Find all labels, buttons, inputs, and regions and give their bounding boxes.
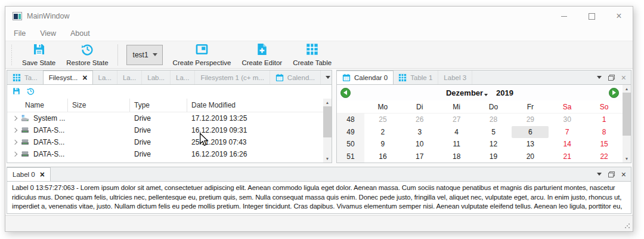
undock-icon[interactable]: [608, 171, 615, 177]
create-perspective-label: Create Perspective: [173, 59, 231, 66]
month-button[interactable]: Dezember: [446, 88, 488, 97]
dock-close-icon[interactable]: [621, 72, 626, 83]
dock-tab[interactable]: La...: [171, 71, 195, 84]
tab-list-dropdown-icon[interactable]: [326, 76, 330, 79]
table-row[interactable]: DATA-S...Drive16.12.2019 09:31: [7, 124, 323, 136]
calendar-day[interactable]: 13: [512, 138, 549, 151]
panel-save-button[interactable]: [13, 87, 20, 97]
scrollbar-thumb[interactable]: [323, 106, 332, 137]
expand-chevron-icon[interactable]: [13, 128, 17, 133]
toolbar-drag-handle[interactable]: [10, 45, 13, 65]
tree-name-cell: DATA-S...: [7, 126, 68, 134]
calendar-day[interactable]: 3: [401, 126, 438, 139]
dock-tab[interactable]: Table 1: [393, 71, 438, 84]
calendar-day[interactable]: 25: [364, 114, 401, 126]
calendar-day[interactable]: 6: [512, 126, 549, 139]
restore-state-button[interactable]: Restore State: [61, 42, 113, 68]
tab-close-icon[interactable]: [82, 73, 87, 82]
dock-tab[interactable]: Label 0: [7, 167, 51, 181]
calendar-day[interactable]: 17: [401, 151, 438, 163]
scroll-up-icon[interactable]: [323, 99, 332, 106]
tab-list-dropdown-icon[interactable]: [597, 76, 602, 79]
calendar-day[interactable]: 27: [438, 114, 475, 126]
calendar-day[interactable]: 8: [586, 126, 623, 139]
calendar-day[interactable]: 30: [549, 114, 586, 126]
calendar-day[interactable]: 4: [438, 126, 475, 139]
calendar-day[interactable]: 1: [586, 114, 623, 126]
create-editor-button[interactable]: Create Editor: [236, 42, 287, 68]
expand-chevron-icon[interactable]: [13, 152, 17, 157]
menu-item-view[interactable]: View: [40, 29, 56, 38]
calendar-day[interactable]: 19: [475, 151, 512, 163]
column-header-name[interactable]: Name: [7, 99, 68, 112]
calendar-day[interactable]: 26: [401, 114, 438, 126]
calendar-day[interactable]: 2: [364, 126, 401, 139]
calendar-day[interactable]: 18: [438, 151, 475, 163]
close-button[interactable]: [605, 7, 633, 26]
dock-tab[interactable]: Filesystem 1 (c+ m...: [195, 71, 270, 84]
dock-tab[interactable]: Filesyst...: [43, 71, 94, 84]
scrollbar-thumb[interactable]: [623, 93, 631, 136]
dock-tab[interactable]: Calendar 0: [336, 71, 394, 84]
tab-close-icon[interactable]: [40, 170, 45, 179]
tree-item-label: System ...: [33, 114, 65, 122]
calendar-day[interactable]: 28: [475, 114, 512, 126]
table-row[interactable]: System ...Drive17.12.2019 13:25: [7, 112, 323, 124]
panel-restore-button[interactable]: [27, 87, 35, 97]
create-table-button[interactable]: Create Table: [287, 42, 337, 68]
column-header-date-modified[interactable]: Date Modified: [187, 99, 323, 112]
column-header-type[interactable]: Type: [130, 99, 187, 112]
expand-chevron-icon[interactable]: [13, 140, 17, 145]
perspective-combo[interactable]: test1: [126, 45, 163, 65]
calendar-day[interactable]: 21: [549, 151, 586, 163]
day-header: Di: [401, 103, 438, 111]
menu-item-file[interactable]: File: [14, 29, 26, 38]
dock-tab[interactable]: Lab...: [142, 71, 171, 84]
calendar-day[interactable]: 5: [475, 126, 512, 139]
calendar-day[interactable]: 16: [364, 151, 401, 163]
scroll-down-icon[interactable]: [323, 155, 332, 163]
calendar-day[interactable]: 10: [401, 138, 438, 151]
calendar-day[interactable]: 29: [512, 114, 549, 126]
tree-cell-type: Drive: [130, 114, 187, 122]
tree-item-label: DATA-S...: [33, 126, 64, 134]
calendar-day[interactable]: 14: [549, 138, 586, 151]
calendar-week-row: 5116171819202122: [337, 151, 623, 163]
prev-month-button[interactable]: [340, 88, 351, 98]
dock-tab[interactable]: Ta...: [7, 71, 44, 84]
right-panel-scrollbar[interactable]: [623, 85, 631, 163]
calendar-day[interactable]: 20: [512, 151, 549, 163]
calendar-day[interactable]: 11: [438, 138, 475, 151]
resize-grip-icon[interactable]: [624, 223, 630, 229]
table-row[interactable]: DATA-S...Drive25.11.2019 07:43: [7, 136, 323, 148]
dock-tab[interactable]: La...: [92, 71, 117, 84]
dock-close-icon[interactable]: [621, 169, 626, 180]
minimize-button[interactable]: [550, 7, 578, 26]
table-row[interactable]: DATA-S...Drive16.12.2019 16:26: [7, 148, 323, 160]
expand-chevron-icon[interactable]: [13, 116, 17, 121]
calendar-day[interactable]: 12: [475, 138, 512, 151]
dock-tab[interactable]: La...: [117, 71, 142, 84]
dock-tab[interactable]: Calend...: [270, 71, 321, 84]
calendar-day[interactable]: 22: [586, 151, 623, 163]
titlebar: MainWindow: [5, 7, 633, 26]
dock-tab[interactable]: Label 3: [438, 71, 472, 84]
calendar-day[interactable]: 15: [586, 138, 623, 151]
undock-icon[interactable]: [608, 75, 615, 81]
year-button[interactable]: 2019: [496, 88, 513, 97]
calendar-day[interactable]: 7: [549, 126, 586, 139]
menu-item-about[interactable]: About: [70, 29, 90, 38]
calendar-week-row: 509101112131415: [337, 138, 623, 151]
scroll-down-icon[interactable]: [623, 155, 631, 163]
maximize-button[interactable]: [578, 7, 605, 26]
save-state-button[interactable]: Save State: [17, 42, 61, 68]
calendar-day[interactable]: 9: [364, 138, 401, 151]
tab-label: Calend...: [287, 74, 315, 81]
scroll-up-icon[interactable]: [623, 85, 631, 93]
system-drive-icon: [20, 114, 30, 122]
tab-list-dropdown-icon[interactable]: [597, 173, 602, 176]
create-perspective-button[interactable]: Create Perspective: [168, 42, 237, 68]
column-header-size[interactable]: Size: [68, 99, 130, 112]
next-month-button[interactable]: [609, 88, 619, 98]
left-panel-scrollbar[interactable]: [323, 99, 332, 163]
